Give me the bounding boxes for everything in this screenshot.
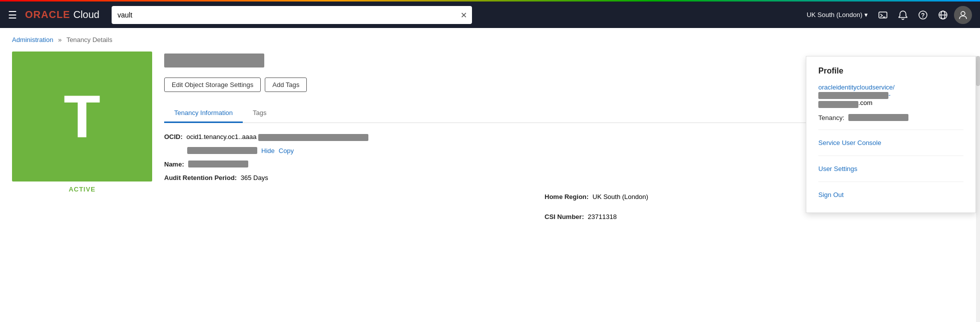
profile-email-prefix: oracleidentitycloudservice/	[818, 84, 894, 91]
logo-cloud-text: Cloud	[73, 9, 99, 20]
add-tags-button[interactable]: Add Tags	[265, 78, 307, 92]
logo-oracle-text: ORACLE	[25, 9, 70, 20]
sign-out-link[interactable]: Sign Out	[818, 187, 963, 202]
service-user-console-link[interactable]: Service User Console	[818, 135, 963, 150]
tenancy-logo-column: T ACTIVE	[12, 52, 152, 193]
ocid-label: OCID:	[164, 133, 183, 140]
breadcrumb: Administration » Tenancy Details	[12, 36, 968, 44]
edit-object-storage-button[interactable]: Edit Object Storage Settings	[164, 78, 261, 92]
profile-title: Profile	[818, 66, 963, 76]
user-settings-link[interactable]: User Settings	[818, 161, 963, 176]
ocid-redacted-1	[258, 134, 368, 141]
region-selector[interactable]: UK South (London) ▾	[803, 9, 872, 20]
audit-label: Audit Retention Period:	[164, 174, 237, 182]
notifications-button[interactable]	[894, 6, 912, 24]
profile-email-domain: .com	[858, 99, 872, 106]
profile-tenancy-label: Tenancy:	[818, 114, 844, 122]
help-button[interactable]: ?	[914, 6, 932, 24]
name-redacted	[188, 160, 248, 168]
oracle-logo: ORACLE Cloud	[25, 9, 100, 20]
breadcrumb-current: Tenancy Details	[67, 36, 113, 44]
home-region-label: Home Region:	[545, 193, 589, 200]
globe-icon	[938, 10, 948, 20]
profile-email-domain-redacted	[818, 101, 858, 108]
ocid-redacted-2	[187, 147, 257, 154]
profile-email-redacted	[818, 92, 888, 99]
tab-tenancy-information[interactable]: Tenancy Information	[164, 104, 243, 123]
profile-email-row: oracleidentitycloudservice/- .com	[818, 84, 963, 108]
top-nav: ☰ ORACLE Cloud ✕ UK South (London) ▾	[0, 0, 980, 28]
language-button[interactable]	[934, 6, 952, 24]
tab-tags[interactable]: Tags	[243, 104, 276, 123]
scrollbar-thumb[interactable]	[976, 56, 980, 86]
profile-tenancy-row: Tenancy:	[818, 114, 963, 122]
svg-point-7	[961, 12, 965, 16]
search-clear-icon[interactable]: ✕	[460, 10, 467, 20]
copy-link[interactable]: Copy	[279, 147, 294, 154]
name-label: Name:	[164, 160, 184, 168]
tenancy-logo-letter: T	[64, 82, 100, 151]
region-chevron-icon: ▾	[864, 11, 868, 18]
scrollbar-track	[976, 56, 980, 322]
tenancy-status: ACTIVE	[12, 186, 152, 193]
ocid-partial: ocid1.tenancy.oc1..aaaa	[186, 133, 256, 140]
nav-right: UK South (London) ▾ ?	[803, 6, 972, 24]
csi-label: CSI Number:	[545, 213, 584, 220]
cloud-shell-icon	[878, 10, 888, 20]
csi-field: CSI Number: 23711318	[545, 213, 617, 220]
hide-link[interactable]: Hide	[261, 147, 275, 154]
tenancy-name-redacted	[164, 54, 264, 68]
breadcrumb-admin-link[interactable]: Administration	[12, 36, 53, 44]
home-region-field: Home Region: UK South (London)	[545, 193, 648, 200]
profile-email-link[interactable]: oracleidentitycloudservice/-	[818, 84, 894, 98]
search-bar: ✕	[112, 6, 472, 24]
audit-value: 365 Days	[241, 174, 268, 182]
avatar-icon	[958, 10, 968, 20]
svg-text:?: ?	[921, 12, 924, 19]
profile-tenancy-redacted	[848, 114, 908, 121]
cloud-shell-button[interactable]	[874, 6, 892, 24]
search-input[interactable]	[112, 6, 472, 24]
breadcrumb-separator: »	[58, 36, 62, 44]
avatar-button[interactable]	[954, 6, 972, 24]
bell-icon	[898, 10, 908, 20]
help-icon: ?	[918, 10, 928, 20]
profile-panel: Profile oracleidentitycloudservice/- .co…	[806, 56, 976, 213]
csi-value: 23711318	[588, 213, 617, 220]
tenancy-logo-box: T	[12, 52, 152, 182]
profile-divider-2	[818, 156, 963, 156]
home-region-value: UK South (London)	[593, 193, 648, 200]
hamburger-icon[interactable]: ☰	[8, 9, 17, 21]
profile-divider-3	[818, 182, 963, 182]
profile-divider-1	[818, 130, 963, 130]
profile-email-suffix: -	[888, 91, 890, 98]
region-label: UK South (London)	[807, 11, 862, 18]
